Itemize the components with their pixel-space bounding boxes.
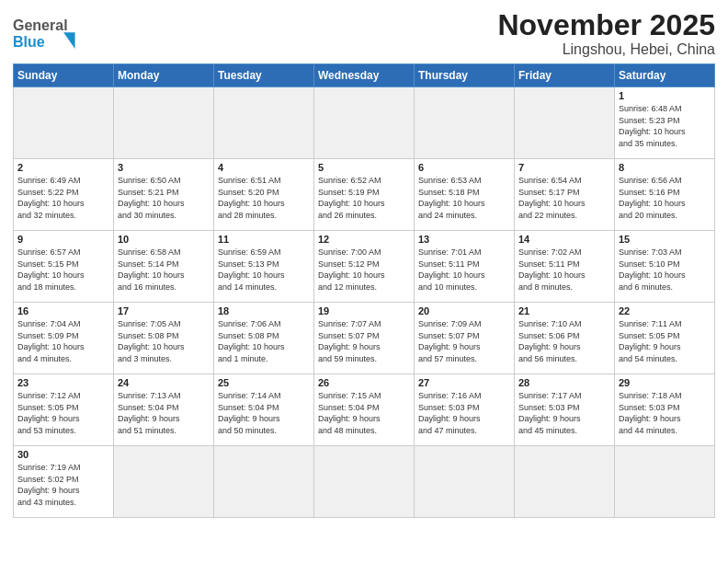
day-info: Sunrise: 6:57 AMSunset: 5:15 PMDaylight:… — [17, 247, 109, 293]
day-info: Sunrise: 7:04 AMSunset: 5:09 PMDaylight:… — [17, 318, 109, 364]
day-info: Sunrise: 6:50 AMSunset: 5:21 PMDaylight:… — [118, 175, 210, 221]
calendar-cell: 2Sunrise: 6:49 AMSunset: 5:22 PMDaylight… — [14, 159, 114, 231]
calendar-cell — [114, 446, 214, 518]
weekday-header-tuesday: Tuesday — [214, 64, 314, 87]
day-info: Sunrise: 7:19 AMSunset: 5:02 PMDaylight:… — [17, 462, 109, 508]
day-info: Sunrise: 7:09 AMSunset: 5:07 PMDaylight:… — [418, 318, 510, 364]
day-info: Sunrise: 6:54 AMSunset: 5:17 PMDaylight:… — [518, 175, 610, 221]
weekday-header-thursday: Thursday — [415, 64, 515, 87]
weekday-header-friday: Friday — [515, 64, 615, 87]
day-number: 7 — [518, 162, 610, 173]
calendar-cell: 3Sunrise: 6:50 AMSunset: 5:21 PMDaylight… — [114, 159, 214, 231]
calendar-table: SundayMondayTuesdayWednesdayThursdayFrid… — [13, 63, 715, 518]
day-info: Sunrise: 6:53 AMSunset: 5:18 PMDaylight:… — [418, 175, 510, 221]
day-info: Sunrise: 7:05 AMSunset: 5:08 PMDaylight:… — [118, 318, 210, 364]
day-number: 1 — [619, 90, 711, 101]
week-row-2: 9Sunrise: 6:57 AMSunset: 5:15 PMDaylight… — [14, 231, 715, 303]
svg-marker-2 — [63, 32, 74, 49]
day-number: 5 — [318, 162, 410, 173]
day-info: Sunrise: 7:14 AMSunset: 5:04 PMDaylight:… — [218, 390, 310, 436]
day-number: 20 — [418, 305, 510, 316]
calendar-cell — [415, 446, 515, 518]
calendar-cell: 29Sunrise: 7:18 AMSunset: 5:03 PMDayligh… — [615, 374, 715, 446]
calendar-cell: 16Sunrise: 7:04 AMSunset: 5:09 PMDayligh… — [14, 303, 114, 374]
day-info: Sunrise: 6:48 AMSunset: 5:23 PMDaylight:… — [619, 103, 711, 149]
calendar-cell: 22Sunrise: 7:11 AMSunset: 5:05 PMDayligh… — [615, 303, 715, 374]
day-info: Sunrise: 7:06 AMSunset: 5:08 PMDaylight:… — [218, 318, 310, 364]
day-info: Sunrise: 6:49 AMSunset: 5:22 PMDaylight:… — [17, 175, 109, 221]
day-number: 18 — [218, 305, 310, 316]
day-number: 27 — [418, 377, 510, 388]
day-info: Sunrise: 7:15 AMSunset: 5:04 PMDaylight:… — [318, 390, 410, 436]
calendar-cell: 24Sunrise: 7:13 AMSunset: 5:04 PMDayligh… — [114, 374, 214, 446]
day-number: 12 — [318, 234, 410, 245]
day-number: 28 — [518, 377, 610, 388]
calendar-cell: 13Sunrise: 7:01 AMSunset: 5:11 PMDayligh… — [415, 231, 515, 303]
calendar-cell — [615, 446, 715, 518]
calendar-cell: 23Sunrise: 7:12 AMSunset: 5:05 PMDayligh… — [14, 374, 114, 446]
weekday-header-wednesday: Wednesday — [314, 64, 415, 87]
day-info: Sunrise: 7:18 AMSunset: 5:03 PMDaylight:… — [619, 390, 711, 436]
calendar-cell: 14Sunrise: 7:02 AMSunset: 5:11 PMDayligh… — [515, 231, 615, 303]
day-info: Sunrise: 7:02 AMSunset: 5:11 PMDaylight:… — [518, 247, 610, 293]
calendar-cell — [415, 87, 515, 159]
day-number: 29 — [619, 377, 711, 388]
day-info: Sunrise: 7:10 AMSunset: 5:06 PMDaylight:… — [518, 318, 610, 364]
calendar-cell — [114, 87, 214, 159]
calendar-cell: 9Sunrise: 6:57 AMSunset: 5:15 PMDaylight… — [14, 231, 114, 303]
day-number: 4 — [218, 162, 310, 173]
calendar-cell: 6Sunrise: 6:53 AMSunset: 5:18 PMDaylight… — [415, 159, 515, 231]
svg-text:General: General — [13, 17, 68, 33]
calendar-cell: 11Sunrise: 6:59 AMSunset: 5:13 PMDayligh… — [214, 231, 314, 303]
week-row-1: 2Sunrise: 6:49 AMSunset: 5:22 PMDaylight… — [14, 159, 715, 231]
day-number: 15 — [619, 234, 711, 245]
day-number: 8 — [619, 162, 711, 173]
calendar-cell: 30Sunrise: 7:19 AMSunset: 5:02 PMDayligh… — [14, 446, 114, 518]
calendar-cell: 10Sunrise: 6:58 AMSunset: 5:14 PMDayligh… — [114, 231, 214, 303]
calendar-cell: 18Sunrise: 7:06 AMSunset: 5:08 PMDayligh… — [214, 303, 314, 374]
day-number: 26 — [318, 377, 410, 388]
calendar-cell: 25Sunrise: 7:14 AMSunset: 5:04 PMDayligh… — [214, 374, 314, 446]
svg-text:Blue: Blue — [13, 34, 45, 50]
calendar-cell: 28Sunrise: 7:17 AMSunset: 5:03 PMDayligh… — [515, 374, 615, 446]
day-number: 21 — [518, 305, 610, 316]
title-block: November 2025 Lingshou, Hebei, China — [497, 9, 715, 58]
calendar-cell: 19Sunrise: 7:07 AMSunset: 5:07 PMDayligh… — [314, 303, 415, 374]
day-number: 9 — [17, 234, 109, 245]
day-info: Sunrise: 7:00 AMSunset: 5:12 PMDaylight:… — [318, 247, 410, 293]
day-info: Sunrise: 7:16 AMSunset: 5:03 PMDaylight:… — [418, 390, 510, 436]
calendar-cell: 26Sunrise: 7:15 AMSunset: 5:04 PMDayligh… — [314, 374, 415, 446]
week-row-4: 23Sunrise: 7:12 AMSunset: 5:05 PMDayligh… — [14, 374, 715, 446]
calendar-subtitle: Lingshou, Hebei, China — [497, 41, 715, 58]
day-number: 13 — [418, 234, 510, 245]
day-number: 22 — [619, 305, 711, 316]
calendar-cell: 27Sunrise: 7:16 AMSunset: 5:03 PMDayligh… — [415, 374, 515, 446]
week-row-5: 30Sunrise: 7:19 AMSunset: 5:02 PMDayligh… — [14, 446, 715, 518]
day-number: 11 — [218, 234, 310, 245]
calendar-cell — [214, 446, 314, 518]
day-info: Sunrise: 6:52 AMSunset: 5:19 PMDaylight:… — [318, 175, 410, 221]
day-number: 25 — [218, 377, 310, 388]
day-number: 23 — [17, 377, 109, 388]
day-info: Sunrise: 7:13 AMSunset: 5:04 PMDaylight:… — [118, 390, 210, 436]
day-info: Sunrise: 6:58 AMSunset: 5:14 PMDaylight:… — [118, 247, 210, 293]
weekday-header-saturday: Saturday — [615, 64, 715, 87]
day-info: Sunrise: 7:01 AMSunset: 5:11 PMDaylight:… — [418, 247, 510, 293]
calendar-cell — [515, 446, 615, 518]
day-number: 24 — [118, 377, 210, 388]
calendar-cell — [314, 446, 415, 518]
weekday-header-sunday: Sunday — [14, 64, 114, 87]
week-row-0: 1Sunrise: 6:48 AMSunset: 5:23 PMDaylight… — [14, 87, 715, 159]
calendar-cell — [515, 87, 615, 159]
day-info: Sunrise: 7:12 AMSunset: 5:05 PMDaylight:… — [17, 390, 109, 436]
day-number: 30 — [17, 449, 109, 460]
day-info: Sunrise: 7:03 AMSunset: 5:10 PMDaylight:… — [619, 247, 711, 293]
day-info: Sunrise: 6:56 AMSunset: 5:16 PMDaylight:… — [619, 175, 711, 221]
calendar-cell: 17Sunrise: 7:05 AMSunset: 5:08 PMDayligh… — [114, 303, 214, 374]
calendar-title: November 2025 — [497, 9, 715, 41]
weekday-header-monday: Monday — [114, 64, 214, 87]
calendar-cell: 15Sunrise: 7:03 AMSunset: 5:10 PMDayligh… — [615, 231, 715, 303]
week-row-3: 16Sunrise: 7:04 AMSunset: 5:09 PMDayligh… — [14, 303, 715, 374]
day-number: 16 — [17, 305, 109, 316]
page: General Blue November 2025 Lingshou, Heb… — [0, 0, 728, 563]
